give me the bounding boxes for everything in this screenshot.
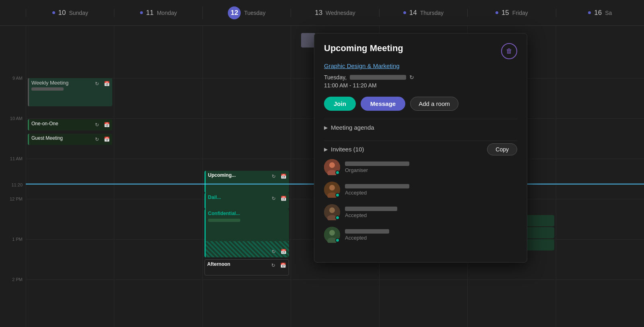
event-afternoon-title: Afternoon [207,261,230,267]
event-upcoming-title: Upcoming... [208,172,236,178]
day-column-saturday [556,26,644,327]
day-column-sunday: Weekly Meeting ↻ 📅 One-on-One ↻ 📅 [26,26,114,327]
popup-date-prefix: Tuesday, [324,74,347,81]
time-1pm: 1 PM [12,237,23,242]
message-button[interactable]: Message [361,97,405,111]
divider-2 [324,141,517,141]
svg-point-4 [329,185,335,190]
event-daily-actions: ↻ 📅 [270,195,287,203]
popup-refresh-icon[interactable]: ↻ [409,74,414,81]
meeting-agenda-header[interactable]: ▶ Meeting agenda [324,121,517,134]
dot-thursday [403,11,406,14]
organizer-avatar-container [324,159,340,175]
popup-actions: Join Message Add a room [324,97,517,111]
day-name-thursday: Thursday [420,10,444,16]
accepted3-info: Accepted [345,229,389,241]
accepted2-avatar-container [324,204,340,220]
invitees-chevron-icon: ▶ [324,147,328,152]
day-num-friday: 15 [502,9,509,17]
event-thumbnail [301,33,316,48]
dot-saturday [588,11,591,14]
popup-delete-button[interactable]: 🗑 [501,43,517,59]
trash-icon: 🗑 [506,48,512,55]
upcoming-refresh-icon[interactable]: ↻ [270,172,278,180]
daily-refresh-icon[interactable]: ↻ [270,195,278,203]
accepted1-role: Accepted [345,190,409,196]
time-2pm: 2 PM [12,277,23,282]
day-column-tuesday: Upcoming... ↻ 📅 Dail... ↻ 📅 Co [202,26,291,327]
one-on-one-calendar-icon[interactable]: 📅 [103,121,111,129]
svg-point-10 [329,230,335,236]
organizer-status-dot [335,170,340,175]
daily-calendar-icon[interactable]: 📅 [279,195,287,203]
event-guest-meeting[interactable]: Guest Meeting ↻ 📅 [28,134,112,145]
accepted1-status-dot [335,193,340,197]
time-10am: 10 AM [10,116,23,121]
day-column-monday [114,26,202,327]
accepted1-info: Accepted [345,184,409,196]
event-confidential-actions: ↻ 📅 [270,248,287,256]
day-name-sunday: Sunday [69,10,88,16]
afternoon-calendar-icon[interactable]: 📅 [279,261,287,269]
organizer-role: Organiser [345,167,409,173]
invitees-row: ▶ Invitees (10) Copy [324,143,517,156]
meeting-popup: Upcoming Meeting 🗑 Graphic Design & Mark… [314,33,527,263]
day-col-saturday[interactable]: 16 Sa [556,9,644,17]
weekly-calendar-icon[interactable]: 📅 [103,80,111,88]
day-name-monday: Monday [157,10,177,16]
copy-button[interactable]: Copy [487,143,517,155]
day-col-monday[interactable]: 11 Monday [114,9,202,17]
day-col-tuesday[interactable]: 12 Tuesday [202,6,291,19]
time-12pm: 12 PM [10,197,23,201]
event-afternoon[interactable]: Afternoon ↻ 📅 [204,259,289,275]
guest-calendar-icon[interactable]: 📅 [103,135,111,143]
event-weekly-actions: ↻ 📅 [93,80,111,88]
popup-channel-link[interactable]: Graphic Design & Marketing [324,62,517,69]
popup-title: Upcoming Meeting [324,43,403,54]
guest-refresh-icon[interactable]: ↻ [93,135,101,143]
upcoming-calendar-icon[interactable]: 📅 [279,172,287,180]
time-1120: 11:20 [11,182,23,187]
day-col-friday[interactable]: 15 Friday [467,9,555,17]
accepted2-info: Accepted [345,207,397,218]
day-name-wednesday: Wednesday [326,10,355,16]
weekly-refresh-icon[interactable]: ↻ [93,80,101,88]
accepted1-name-blurred [345,184,409,188]
event-upcoming-actions: ↻ 📅 [270,172,287,180]
day-num-tuesday: 12 [228,6,241,19]
invitees-label: Invitees (10) [331,146,364,153]
event-confidential[interactable]: Confidential... ↻ 📅 [204,209,289,257]
event-daily[interactable]: Dail... ↻ 📅 [204,193,289,209]
dot-friday [495,11,498,14]
day-name-friday: Friday [512,10,528,16]
popup-date-blurred [350,75,406,80]
divider-1 [324,119,517,119]
invitees-section: ▶ Invitees (10) Copy Organiser [324,143,517,246]
day-num-wednesday: 13 [315,9,322,17]
day-col-thursday[interactable]: 14 Thursday [379,9,467,17]
day-col-sunday[interactable]: 10 Sunday [26,9,114,17]
confidential-refresh-icon[interactable]: ↻ [270,248,278,256]
afternoon-refresh-icon[interactable]: ↻ [269,261,277,269]
add-room-button[interactable]: Add a room [410,97,458,111]
accepted3-status-dot [335,238,340,242]
one-on-one-refresh-icon[interactable]: ↻ [93,121,101,129]
event-upcoming-meeting[interactable]: Upcoming... ↻ 📅 [204,171,289,193]
join-button[interactable]: Join [324,97,356,111]
day-col-wednesday[interactable]: 13 Wednesday [291,9,379,17]
invitee-accepted3: Accepted [324,224,517,246]
day-num-monday: 11 [146,9,154,17]
day-name-tuesday: Tuesday [244,10,265,16]
agenda-chevron-icon: ▶ [324,125,328,130]
event-daily-title: Dail... [208,195,221,200]
event-guest-actions: ↻ 📅 [93,135,111,143]
invitee-accepted1: Accepted [324,178,517,201]
thumbnail-image [301,33,316,48]
confidential-calendar-icon[interactable]: 📅 [279,248,287,256]
event-weekly-meeting[interactable]: Weekly Meeting ↻ 📅 [28,78,112,106]
day-num-saturday: 16 [594,9,602,17]
dot-sunday [52,11,55,14]
invitee-organizer: Organiser [324,156,517,178]
event-one-on-one[interactable]: One-on-One ↻ 📅 [28,119,112,130]
invitees-header[interactable]: ▶ Invitees (10) [324,143,364,156]
